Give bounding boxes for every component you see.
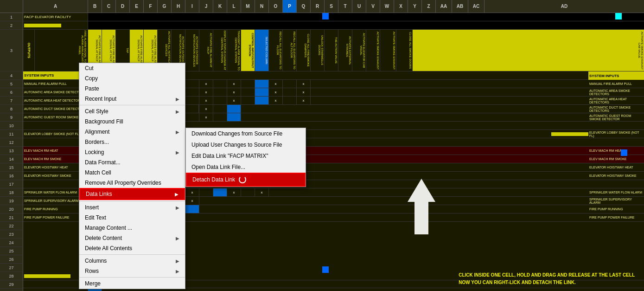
menu-item-rows-label: Rows <box>85 268 99 274</box>
col-header-s: S <box>325 0 338 13</box>
cell-a1[interactable]: FACP ELEVATOR FACILITY <box>23 13 88 21</box>
cell-j5: x <box>199 80 213 88</box>
menu-item-edit-text-label: Edit Text <box>85 214 106 221</box>
rows-arrow: ▶ <box>176 269 179 274</box>
row-num-16: 16 <box>0 172 23 180</box>
header-cell-x3: ACTIVATE SMOKE EXHAUST <box>366 30 380 71</box>
header-cell-q3: RECALL ALL ELEVATORS TO FLOOR <box>269 30 283 71</box>
menu-item-data-format[interactable]: Data Format... <box>79 157 185 168</box>
row-num-15: 15 <box>0 163 23 172</box>
submenu-download-label: Download Changes from Source File <box>191 130 282 137</box>
submenu-item-edit-link[interactable]: Edit Data Link "FACP MATRIX" <box>186 150 306 162</box>
row-num-17: 17 <box>0 180 23 188</box>
row-num-12: 12 <box>0 138 23 147</box>
col-header-z: Z <box>422 0 436 13</box>
menu-item-alignment[interactable]: Alignment ▶ <box>79 127 185 137</box>
col-header-j: J <box>199 0 213 13</box>
menu-item-insert[interactable]: Insert ▶ <box>79 202 185 213</box>
col-header-k: K <box>213 0 227 13</box>
cell-a2 <box>23 21 88 29</box>
menu-separator-3 <box>79 254 185 255</box>
row-num-25: 25 <box>0 247 23 255</box>
header-cell-u3: THE ACTION VALUE <box>325 30 338 71</box>
menu-item-delete-content[interactable]: Delete Content ▶ <box>79 233 185 243</box>
menu-item-cut[interactable]: Cut <box>79 63 185 73</box>
col-header-r: R <box>311 0 325 13</box>
col-header-i: I <box>185 0 199 13</box>
menu-item-delete-all-contents-label: Delete All Contents <box>85 245 132 252</box>
cell-ad5: MANUAL FIRE ALARM PULL <box>588 80 644 88</box>
col-header-aa: AA <box>436 0 452 13</box>
cell-ad4: SYSTEM INPUTS <box>588 71 644 80</box>
menu-item-copy[interactable]: Copy <box>79 73 185 84</box>
row-num-1: 1 <box>0 13 23 21</box>
row-1: FACP ELEVATOR FACILITY <box>23 13 644 21</box>
cell-a4[interactable]: SYSTEM INPUTS <box>23 71 88 79</box>
header-cell-j3: ACTIVATE FIRE ALARM AT FACP <box>199 30 213 71</box>
menu-item-paste[interactable]: Paste <box>79 84 185 94</box>
col-header-n: N <box>255 0 269 13</box>
cyan-marker-top-right <box>615 13 622 19</box>
header-cell-ad3: ACTIVATE SMOKE EXHAUST CAB VALUE <box>413 30 644 71</box>
cell-ad6: AUTOMATIC AREA SMOKE DETECTORS <box>588 88 644 96</box>
menu-item-delete-all-contents[interactable]: Delete All Contents <box>79 243 185 253</box>
instruction-line1: CLICK INSIDE ONE CELL, HOLD AND DRAG AND… <box>459 272 635 279</box>
cell-a6[interactable]: AUTOMATIC AREA SMOKE DETECTORS <box>23 88 88 96</box>
col-header-l: L <box>227 0 241 13</box>
row-num-27: 27 <box>0 264 23 272</box>
instruction-line2: NOW YOU CAN RIGHT-LICK AND DETACH THE LI… <box>459 279 635 286</box>
menu-item-recent-input[interactable]: Recent Input ▶ <box>79 94 185 104</box>
col-header-x: X <box>394 0 408 13</box>
col-header-v: V <box>366 0 380 13</box>
menu-item-data-format-label: Data Format... <box>85 159 121 166</box>
col-header-b: B <box>88 0 102 13</box>
row-num-9: 9 <box>0 113 23 122</box>
delete-content-arrow: ▶ <box>176 236 179 241</box>
col-header-d: D <box>116 0 130 13</box>
header-cell-k3: DISPLAY STATUS CHANGE AT CENTRAL STATION <box>213 30 227 71</box>
locking-arrow: ▶ <box>176 150 179 155</box>
menu-item-rows[interactable]: Rows ▶ <box>79 266 185 276</box>
menu-item-delete-content-label: Delete Content <box>85 235 122 241</box>
menu-item-cell-style[interactable]: Cell Style ▶ <box>79 106 185 116</box>
submenu-item-download[interactable]: Download Changes from Source File <box>186 128 306 139</box>
menu-item-data-links[interactable]: Data Links ▶ <box>79 188 185 200</box>
submenu-item-detach[interactable]: Detach Data Link <box>186 173 306 187</box>
menu-item-manage-content[interactable]: Manage Content ... <box>79 223 185 233</box>
row-num-3: 3 <box>0 30 23 71</box>
col-header-g: G <box>158 0 172 13</box>
menu-item-merge[interactable]: Merge <box>79 278 185 289</box>
menu-separator-2 <box>79 201 185 201</box>
arrow-container <box>398 179 445 235</box>
row-num-26: 26 <box>0 255 23 264</box>
data-links-submenu: Download Changes from Source File Upload… <box>185 128 306 187</box>
row-2 <box>23 21 644 30</box>
cell-a5[interactable]: MANUAL FIRE ALARM PULL <box>23 80 88 88</box>
cell-style-arrow: ▶ <box>176 109 179 114</box>
menu-item-alignment-label: Alignment <box>85 129 109 135</box>
menu-item-manage-content-label: Manage Content ... <box>85 225 132 231</box>
row-num-30: 30 <box>0 289 23 291</box>
menu-separator-4 <box>79 277 185 278</box>
menu-item-locking-label: Locking <box>85 149 104 155</box>
menu-item-recent-input-label: Recent Input <box>85 96 116 102</box>
row-num-21: 21 <box>0 213 23 222</box>
columns-arrow: ▶ <box>176 259 179 264</box>
menu-item-remove-overrides[interactable]: Remove All Property Overrides <box>79 178 185 188</box>
submenu-item-open-file[interactable]: Open Data Link File... <box>186 162 306 173</box>
row-num-6: 6 <box>0 88 23 97</box>
menu-item-match-cell[interactable]: Match Cell <box>79 168 185 178</box>
header-cell-t3: UNLOCK STAIRWELLS DOORS <box>311 30 325 71</box>
row-num-11: 11 <box>0 130 23 138</box>
menu-item-merge-label: Merge <box>85 280 101 287</box>
submenu-item-upload[interactable]: Upload User Changes to Source File <box>186 139 306 150</box>
menu-item-columns[interactable]: Columns ▶ <box>79 256 185 266</box>
menu-item-locking[interactable]: Locking ▶ <box>79 147 185 157</box>
row-num-20: 20 <box>0 205 23 213</box>
row-num-7: 7 <box>0 97 23 105</box>
menu-item-background-fill[interactable]: Background Fill <box>79 116 185 127</box>
data-links-arrow: ▶ <box>175 192 179 197</box>
row-num-28: 28 <box>0 272 23 280</box>
menu-item-borders[interactable]: Borders... <box>79 137 185 147</box>
menu-item-edit-text[interactable]: Edit Text <box>79 213 185 223</box>
